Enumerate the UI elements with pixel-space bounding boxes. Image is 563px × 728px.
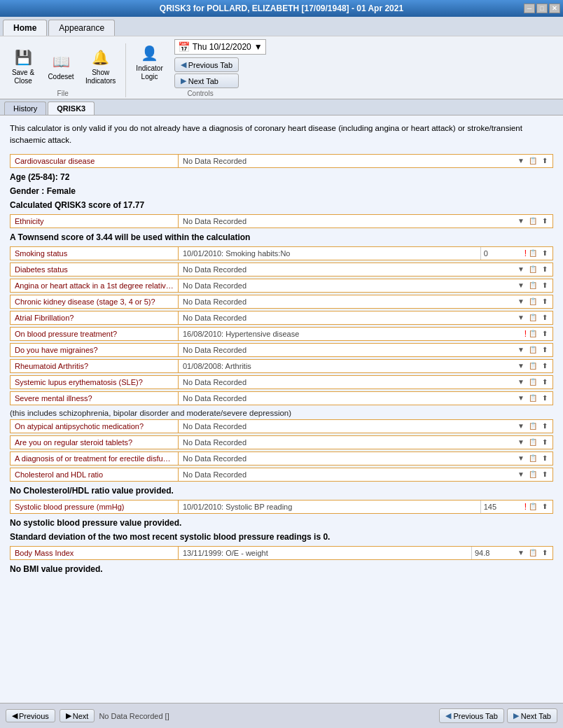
field-label-mental: Severe mental illness? xyxy=(11,392,179,405)
edit-btn-ra[interactable]: 📋 xyxy=(527,360,538,372)
page-tab-qrisk3[interactable]: QRISK3 xyxy=(48,102,95,115)
field-controls-mental: ▼ 📋 ⬆ xyxy=(513,392,552,405)
bottom-prev-tab-button[interactable]: ◀ Previous Tab xyxy=(439,708,503,723)
date-picker[interactable]: 📅 Thu 10/12/2020 ▼ xyxy=(174,39,266,55)
indicator-logic-button[interactable]: 👤 IndicatorLogic xyxy=(132,39,167,84)
minimize-button[interactable]: ─ xyxy=(524,4,535,13)
tab-appearance[interactable]: Appearance xyxy=(48,20,115,36)
dropdown-btn-angina[interactable]: ▼ xyxy=(515,280,527,291)
next-tab-button[interactable]: ▶ Next Tab xyxy=(174,74,239,88)
bottom-next-button[interactable]: ▶ Next xyxy=(60,709,95,722)
history-btn-ra[interactable]: ⬆ xyxy=(539,360,550,372)
main-content: This calculator is only valid if you do … xyxy=(0,115,563,720)
dropdown-btn-kidney[interactable]: ▼ xyxy=(515,296,527,307)
edit-btn-mental[interactable]: 📋 xyxy=(527,393,538,404)
edit-btn-bp-treatment[interactable]: 📋 xyxy=(527,328,538,340)
date-value: Thu 10/12/2020 xyxy=(193,42,251,52)
history-btn-cardiovascular[interactable]: ⬆ xyxy=(539,155,550,167)
history-btn-steroids[interactable]: ⬆ xyxy=(539,437,550,448)
dropdown-btn-sle[interactable]: ▼ xyxy=(515,377,527,388)
page-tabs: History QRISK3 xyxy=(0,99,563,115)
bottom-next-tab-button[interactable]: ▶ Next Tab xyxy=(507,708,557,723)
field-label-antipsychotic: On atypical antipsychotic medication? xyxy=(11,420,179,433)
field-label-migraines: Do you have migraines? xyxy=(11,344,179,356)
field-value-migraines: No Data Recorded xyxy=(179,344,513,356)
history-btn-sle[interactable]: ⬆ xyxy=(539,377,550,388)
history-btn-diabetes[interactable]: ⬆ xyxy=(539,264,550,275)
history-btn-systolic[interactable]: ⬆ xyxy=(539,501,550,512)
edit-btn-systolic[interactable]: 📋 xyxy=(527,501,538,512)
window-controls[interactable]: ─ □ ✕ xyxy=(524,4,560,13)
history-btn-mental[interactable]: ⬆ xyxy=(539,393,550,404)
history-btn-bp-treatment[interactable]: ⬆ xyxy=(539,328,550,340)
dropdown-btn-afib[interactable]: ▼ xyxy=(515,312,527,323)
close-button[interactable]: ✕ xyxy=(549,4,560,13)
history-btn-migraines[interactable]: ⬆ xyxy=(539,344,550,356)
bottom-prev-tab-arrow: ◀ xyxy=(445,711,451,720)
tab-nav-buttons: ◀ Previous Tab ▶ Next Tab xyxy=(174,57,239,88)
show-indicators-button[interactable]: 🔔 ShowIndicators xyxy=(81,43,120,88)
dropdown-btn-cholesterol[interactable]: ▼ xyxy=(515,469,527,480)
field-label-smoking: Smoking status xyxy=(11,247,179,260)
history-btn-smoking[interactable]: ⬆ xyxy=(539,248,550,259)
edit-btn-cholesterol[interactable]: 📋 xyxy=(527,469,538,480)
edit-btn-ethnicity[interactable]: 📋 xyxy=(527,216,538,227)
codeset-icon: 📖 xyxy=(50,50,72,73)
dropdown-btn-ra[interactable]: ▼ xyxy=(515,360,527,372)
history-btn-antipsychotic[interactable]: ⬆ xyxy=(539,421,550,432)
edit-btn-bmi[interactable]: 📋 xyxy=(527,547,538,559)
edit-btn-antipsychotic[interactable]: 📋 xyxy=(527,421,538,432)
field-value-smoking: 10/01/2010: Smoking habits:No xyxy=(179,247,480,260)
edit-btn-migraines[interactable]: 📋 xyxy=(527,344,538,356)
bottom-next-label: Next xyxy=(73,712,89,720)
save-close-button[interactable]: 💾 Save &Close xyxy=(6,43,41,88)
edit-btn-smoking[interactable]: 📋 xyxy=(527,248,538,259)
field-label-bp-treatment: On blood pressure treatment? xyxy=(11,328,179,340)
show-indicators-icon: 🔔 xyxy=(90,46,112,69)
edit-btn-erectile[interactable]: 📋 xyxy=(527,453,538,464)
dropdown-btn-mental[interactable]: ▼ xyxy=(515,393,527,404)
history-btn-kidney[interactable]: ⬆ xyxy=(539,296,550,307)
history-btn-angina[interactable]: ⬆ xyxy=(539,280,550,291)
edit-btn-angina[interactable]: 📋 xyxy=(527,280,538,291)
history-btn-ethnicity[interactable]: ⬆ xyxy=(539,216,550,227)
edit-btn-cardiovascular[interactable]: 📋 xyxy=(527,155,538,167)
codeset-button[interactable]: 📖 Codeset xyxy=(43,48,78,84)
maximize-button[interactable]: □ xyxy=(536,4,548,13)
field-controls-antipsychotic: ▼ 📋 ⬆ xyxy=(513,420,552,433)
dropdown-btn-diabetes[interactable]: ▼ xyxy=(515,264,527,275)
title-bar: QRISK3 for POLLARD, ELIZABETH [17/09/194… xyxy=(0,0,563,17)
edit-btn-sle[interactable]: 📋 xyxy=(527,377,538,388)
dropdown-btn-ethnicity[interactable]: ▼ xyxy=(515,216,527,227)
prev-tab-button[interactable]: ◀ Previous Tab xyxy=(174,57,239,72)
field-controls-migraines: ▼ 📋 ⬆ xyxy=(513,344,552,356)
dropdown-btn-erectile[interactable]: ▼ xyxy=(515,453,527,464)
history-btn-bmi[interactable]: ⬆ xyxy=(539,547,550,559)
edit-btn-steroids[interactable]: 📋 xyxy=(527,437,538,448)
ribbon: Home Appearance 💾 Save &Close 📖 Codeset … xyxy=(0,17,563,99)
ribbon-group-file: 💾 Save &Close 📖 Codeset 🔔 ShowIndicators… xyxy=(6,43,126,97)
history-btn-cholesterol[interactable]: ⬆ xyxy=(539,469,550,480)
date-dropdown-icon[interactable]: ▼ xyxy=(254,42,263,52)
dropdown-btn-migraines[interactable]: ▼ xyxy=(515,344,527,356)
edit-btn-diabetes[interactable]: 📋 xyxy=(527,264,538,275)
dropdown-btn-steroids[interactable]: ▼ xyxy=(515,437,527,448)
history-btn-afib[interactable]: ⬆ xyxy=(539,312,550,323)
field-value-bmi: 13/11/1999: O/E - weight xyxy=(179,547,471,559)
field-value-cardiovascular: No Data Recorded xyxy=(179,155,513,167)
field-row-angina: Angina or heart attack in a 1st degree r… xyxy=(10,279,553,293)
field-label-ra: Rheumatoid Arthritis? xyxy=(11,360,179,372)
history-btn-erectile[interactable]: ⬆ xyxy=(539,453,550,464)
edit-btn-kidney[interactable]: 📋 xyxy=(527,296,538,307)
dropdown-btn-bmi[interactable]: ▼ xyxy=(515,547,527,559)
codeset-label: Codeset xyxy=(48,73,74,81)
field-controls-cardiovascular: ▼ 📋 ⬆ xyxy=(513,155,552,167)
dropdown-btn-antipsychotic[interactable]: ▼ xyxy=(515,421,527,432)
tab-home[interactable]: Home xyxy=(3,20,47,36)
page-tab-history[interactable]: History xyxy=(4,102,46,115)
field-row-diabetes: Diabetes status No Data Recorded ▼ 📋 ⬆ xyxy=(10,262,553,276)
bottom-right-nav: ◀ Previous Tab ▶ Next Tab xyxy=(439,708,557,723)
dropdown-btn-cardiovascular[interactable]: ▼ xyxy=(515,155,527,167)
edit-btn-afib[interactable]: 📋 xyxy=(527,312,538,323)
bottom-prev-button[interactable]: ◀ Previous xyxy=(6,709,55,722)
